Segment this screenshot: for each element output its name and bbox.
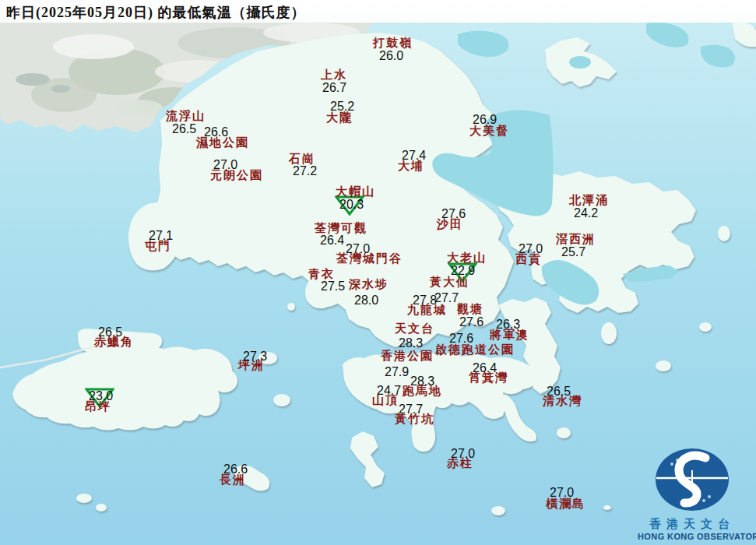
station-value: 27.6: [441, 208, 466, 220]
kau-sai-chau-island: [601, 322, 617, 344]
station-value: 27.0: [550, 487, 574, 499]
station-name: 上水: [321, 69, 347, 81]
station-value: 26.7: [322, 82, 346, 94]
station-name: 將軍澳: [490, 329, 529, 341]
station-name: 橫瀾島: [546, 498, 585, 510]
station-value: 20.3: [339, 199, 364, 211]
station-value: 24.7: [377, 385, 401, 397]
station-value: 27.9: [385, 366, 409, 378]
station-value: 27.6: [449, 332, 473, 345]
station-value: 27.0: [519, 243, 543, 255]
station-value: 26.5: [172, 123, 196, 135]
station-value: 25.2: [330, 100, 354, 113]
station-value: 27.0: [346, 243, 370, 255]
station-value: 27.0: [451, 448, 475, 460]
station-value: 27.6: [459, 316, 483, 329]
double-haven-water: [569, 56, 591, 69]
station-name: 滘西洲: [556, 234, 596, 245]
station-name: 香港公園: [381, 350, 434, 362]
weather-map-page: 昨日(2025年05月20日) 的最低氣溫（攝氏度） 打鼓嶺26.0上水26.7…: [0, 0, 756, 545]
station-value: 26.4: [473, 362, 497, 374]
station-name: 青衣: [308, 269, 335, 280]
station-value: 27.7: [434, 292, 459, 304]
hei-ling-chau-island: [273, 394, 290, 406]
station-value: 28.3: [410, 375, 434, 388]
station-value: 26.5: [98, 326, 122, 339]
station-value: 27.8: [413, 294, 437, 307]
station-name: 黃大仙: [430, 276, 469, 288]
station-value: 24.2: [574, 207, 598, 220]
station-name: 流浮山: [166, 111, 206, 122]
station-name: 打鼓嶺: [373, 37, 413, 49]
station-name: 北潭涌: [569, 195, 609, 206]
station-name: 深水埗: [349, 279, 389, 290]
station-name: 大隴: [326, 112, 353, 124]
hko-logo-chinese: 香港天文台: [638, 517, 747, 532]
hko-logo-english: HONG KONG OBSERVATORY: [638, 532, 747, 541]
station-value: 27.3: [243, 350, 267, 363]
station-value: 26.6: [204, 126, 228, 139]
hko-logo-icon: [653, 447, 731, 512]
jin-island: [656, 360, 671, 371]
station-name: 濕地公園: [196, 137, 249, 149]
tap-mun-island: [718, 226, 730, 241]
station-value: 27.7: [399, 403, 423, 416]
station-name: 啟德跑道公園: [435, 344, 515, 356]
station-value: 26.0: [379, 50, 403, 62]
station-name: 昂坪: [85, 401, 111, 413]
station-name: 沙田: [437, 219, 463, 230]
station-name: 大美督: [469, 125, 509, 137]
station-name: 西貢: [515, 254, 542, 265]
station-name: 石崗: [289, 153, 315, 165]
soko-islands: [76, 494, 92, 503]
station-value: 26.9: [473, 114, 497, 126]
station-value: 26.5: [547, 385, 571, 398]
station-name: 長洲: [220, 474, 246, 486]
page-title: 昨日(2025年05月20日) 的最低氣溫（攝氏度）: [6, 3, 306, 22]
station-name: 屯門: [145, 241, 171, 252]
station-name: 大埔: [398, 160, 424, 172]
station-value: 26.4: [320, 234, 344, 247]
hko-logo: 香港天文台 HONG KONG OBSERVATORY: [638, 447, 747, 539]
station-value: 25.7: [561, 246, 585, 258]
station-value: 27.4: [402, 149, 426, 162]
station-value: 28.0: [354, 294, 378, 307]
station-value: 27.1: [149, 230, 173, 242]
station-value: 27.2: [293, 165, 317, 178]
station-name: 觀塘: [457, 304, 483, 315]
station-value: 26.6: [223, 463, 248, 476]
station-value: 26.3: [496, 318, 520, 331]
station-value: 27.5: [321, 280, 345, 293]
station-name: 荃灣可觀: [315, 223, 367, 234]
tung-lung-island: [557, 427, 571, 438]
station-name: 大老山: [447, 252, 487, 264]
station-name: 大帽山: [336, 186, 375, 198]
soko-islands-2: [96, 504, 107, 512]
waglan-island: [603, 505, 611, 510]
station-name: 元朗公園: [210, 170, 263, 181]
station-value: 27.0: [213, 159, 237, 171]
outer-island: [699, 322, 712, 332]
po-toi-island: [491, 506, 505, 515]
station-value: 23.0: [89, 390, 113, 403]
station-value: 28.3: [399, 337, 423, 350]
station-name: 天文台: [395, 323, 434, 335]
ma-wan-island: [287, 303, 295, 311]
